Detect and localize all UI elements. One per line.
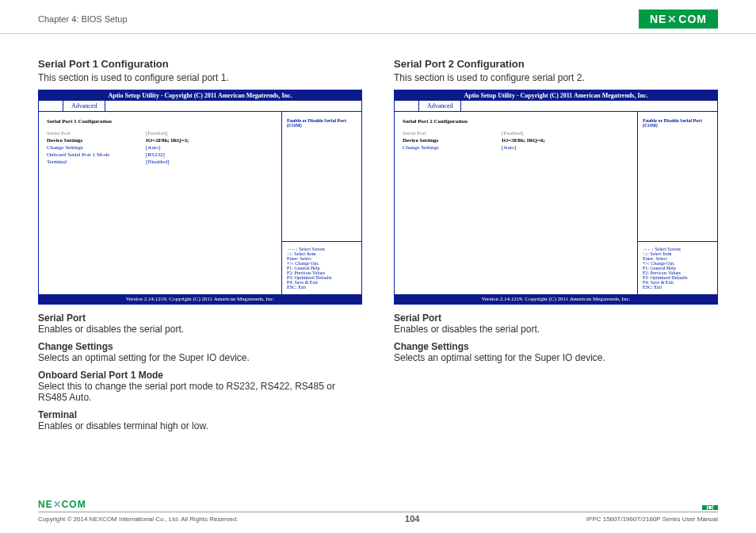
- setting-heading: Onboard Serial Port 1 Mode: [38, 370, 362, 381]
- setting-heading: Change Settings: [394, 341, 718, 352]
- bios-title-bar: Aptio Setup Utility - Copyright (C) 2011…: [395, 90, 717, 101]
- bios-setting-row: Change Settings[Auto]: [403, 144, 629, 151]
- section-desc: This section is used to configure serial…: [394, 72, 718, 83]
- setting-value: [Enabled]: [146, 130, 168, 137]
- bios-setting-row: Onboard Serial Port 1 Mode[RS232]: [47, 151, 273, 159]
- bios-setting-row: Device SettingsIO=2F8h; IRQ=3;: [47, 137, 273, 144]
- bios-help-text: Enable or Disable Serial Port (COM): [282, 112, 361, 242]
- section-desc: This section is used to configure serial…: [38, 72, 362, 83]
- bios-screenshot-2: Aptio Setup Utility - Copyright (C) 2011…: [394, 90, 718, 305]
- bios-setting-row: Terminal[Disabled]: [47, 159, 273, 166]
- column-left: Serial Port 1 Configuration This section…: [38, 58, 362, 431]
- setting-heading: Terminal: [38, 409, 362, 420]
- bios-config-title: Serial Port 2 Configuration: [403, 118, 629, 125]
- setting-description: Selects an optimal setting for the Super…: [38, 352, 362, 363]
- bios-config-title: Serial Port 1 Configuration: [47, 118, 273, 125]
- bios-setting-row: Device SettingsIO=3E8h; IRQ=6;: [403, 137, 629, 144]
- section-title: Serial Port 2 Configuration: [394, 58, 718, 70]
- setting-label: Serial Port: [47, 130, 146, 137]
- setting-description: Enables or disables the serial port.: [38, 324, 362, 335]
- setting-value: [Auto]: [502, 144, 517, 151]
- bios-help-text: Enable or Disable Serial Port (COM): [638, 112, 717, 242]
- setting-description: Select this to change the serial port mo…: [38, 381, 362, 403]
- page-number: 104: [405, 514, 419, 523]
- setting-heading: Serial Port: [394, 313, 718, 324]
- setting-label: Change Settings: [47, 144, 146, 151]
- bios-title-bar: Aptio Setup Utility - Copyright (C) 2011…: [39, 90, 361, 101]
- bios-setting-row: Serial Port[Enabled]: [47, 130, 273, 137]
- bios-setting-row: Serial Port[Enabled]: [403, 130, 629, 137]
- setting-description: Enables or disables the serial port.: [394, 324, 718, 335]
- setting-label: Device Settings: [47, 137, 146, 144]
- logo-nexcom: NE✕COM: [639, 10, 718, 29]
- setting-description: Selects an optimal setting for the Super…: [394, 352, 718, 363]
- bios-key-legend: →←: Select Screen↑↓: Select ItemEnter: S…: [638, 242, 717, 294]
- bios-version-bar: Version 2.14.1219. Copyright (C) 2011 Am…: [395, 294, 717, 304]
- bios-main-panel: Serial Port 2 Configuration Serial Port[…: [395, 112, 638, 294]
- setting-heading: Change Settings: [38, 341, 362, 352]
- bios-tab-advanced: Advanced: [418, 101, 461, 111]
- setting-heading: Serial Port: [38, 313, 362, 324]
- chapter-title: Chapter 4: BIOS Setup: [38, 14, 128, 24]
- bios-main-panel: Serial Port 1 Configuration Serial Port[…: [39, 112, 282, 294]
- setting-value: IO=3E8h; IRQ=6;: [502, 137, 545, 144]
- setting-label: Onboard Serial Port 1 Mode: [47, 151, 146, 159]
- setting-value: [RS232]: [146, 151, 165, 159]
- bios-setting-row: Change Settings[Auto]: [47, 144, 273, 151]
- copyright-text: Copyright © 2014 NEXCOM International Co…: [38, 516, 239, 523]
- footer-decoration-icon: [702, 505, 718, 510]
- footer-logo: NE✕COM: [38, 499, 86, 510]
- manual-title: IPPC 1560T/1960T/2160P Series User Manua…: [586, 516, 718, 523]
- bios-version-bar: Version 2.14.1219. Copyright (C) 2011 Am…: [39, 294, 361, 304]
- bios-tab-advanced: Advanced: [63, 101, 105, 111]
- bios-key-legend: →←: Select Screen↑↓: Select ItemEnter: S…: [282, 242, 361, 294]
- setting-label: Terminal: [47, 159, 146, 166]
- setting-value: IO=2F8h; IRQ=3;: [146, 137, 189, 144]
- bios-screenshot-1: Aptio Setup Utility - Copyright (C) 2011…: [38, 90, 362, 305]
- setting-label: Change Settings: [403, 144, 502, 151]
- setting-label: Device Settings: [403, 137, 502, 144]
- setting-description: Enables or disables terminal high or low…: [38, 420, 362, 431]
- column-right: Serial Port 2 Configuration This section…: [394, 58, 718, 431]
- setting-value: [Disabled]: [146, 159, 170, 166]
- section-title: Serial Port 1 Configuration: [38, 58, 362, 70]
- setting-value: [Enabled]: [502, 130, 524, 137]
- setting-label: Serial Port: [403, 130, 502, 137]
- setting-value: [Auto]: [146, 144, 161, 151]
